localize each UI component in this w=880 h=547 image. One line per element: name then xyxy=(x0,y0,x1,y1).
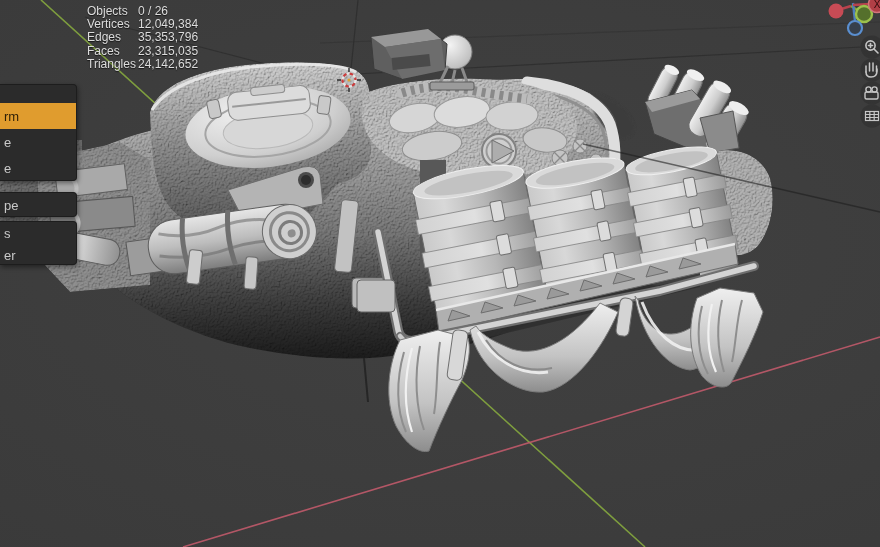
pipe-cluster xyxy=(644,57,756,160)
stats-row: Triangles24,142,652 xyxy=(87,58,198,71)
gizmo-x-neg-ball[interactable] xyxy=(829,4,844,19)
context-menu-section: ser xyxy=(0,221,77,265)
stats-row: Edges35,353,796 xyxy=(87,31,198,44)
orthographic-toggle-button[interactable] xyxy=(861,105,880,128)
stats-value: 24,142,652 xyxy=(138,58,198,71)
perspective-grid-lines xyxy=(85,0,880,81)
context-menu-item[interactable]: rm xyxy=(0,103,76,129)
context-menu-item[interactable]: er xyxy=(0,244,76,265)
stats-value: 35,353,796 xyxy=(138,31,198,44)
viewport-statistics-overlay: Objects0 / 26Vertices12,049,384Edges35,3… xyxy=(87,5,198,71)
camera-view-button[interactable] xyxy=(861,82,880,105)
stats-label: Edges xyxy=(87,31,138,44)
rail-bracket xyxy=(357,280,395,312)
context-menu-section: pe xyxy=(0,192,77,217)
context-menu-section: rmee xyxy=(0,84,77,181)
view-controls[interactable] xyxy=(861,36,880,128)
context-menu-item[interactable]: e xyxy=(0,155,76,181)
blender-3d-viewport[interactable]: X xyxy=(0,0,880,547)
svg-text:X: X xyxy=(874,0,880,10)
gizmo-z-ball[interactable] xyxy=(848,21,862,35)
stats-row: Faces23,315,035 xyxy=(87,45,198,58)
hanging-strap xyxy=(244,257,258,290)
navigation-gizmo[interactable]: X xyxy=(829,0,880,35)
tank-model[interactable] xyxy=(36,29,772,452)
context-menu-item[interactable]: e xyxy=(0,129,76,155)
triangle-emblem-plate xyxy=(482,134,516,168)
stats-value: 23,315,035 xyxy=(138,45,198,58)
viewport-scene[interactable]: X xyxy=(0,0,880,547)
context-menu-item[interactable]: pe xyxy=(0,193,76,217)
pan-button[interactable] xyxy=(861,59,880,82)
zoom-button[interactable] xyxy=(861,36,880,59)
stats-label: Triangles xyxy=(87,58,138,71)
context-menu-item[interactable]: s xyxy=(0,222,76,244)
stats-label: Faces xyxy=(87,45,138,58)
